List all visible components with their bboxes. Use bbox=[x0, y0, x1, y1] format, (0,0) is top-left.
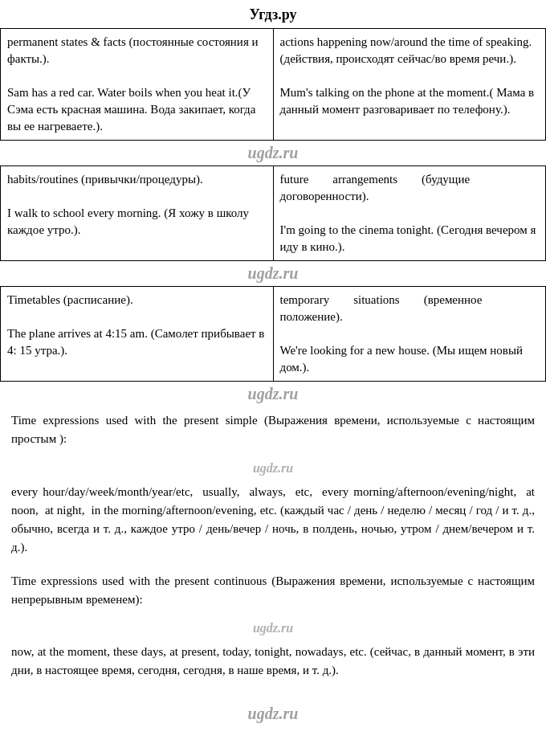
grammar-table-3: Timetables (расписание). The plane arriv… bbox=[0, 286, 546, 382]
table-row: habits/routines (привычки/процедуры). I … bbox=[1, 166, 546, 261]
table-cell-right-2: future arrangements (будущие договоренно… bbox=[273, 166, 546, 261]
continuous-examples-section: now, at the moment, these days, at prese… bbox=[0, 638, 546, 690]
table-cell-left-3: Timetables (расписание). The plane arriv… bbox=[1, 287, 274, 382]
table-cell-left-2: habits/routines (привычки/процедуры). I … bbox=[1, 166, 274, 261]
simple-expressions-text: Time expressions used with the present s… bbox=[11, 411, 535, 449]
watermark-3: ugdz.ru bbox=[0, 385, 546, 403]
footer-watermark: ugdz.ru bbox=[0, 705, 546, 723]
simple-examples-text: every hour/day/week/month/year/etc, usua… bbox=[11, 483, 535, 558]
table-cell-left-1: permanent states & facts (постоянные сос… bbox=[1, 29, 274, 141]
continuous-expressions-text: Time expressions used with the present c… bbox=[11, 572, 535, 610]
table-cell-right-3: temporary situations (временное положени… bbox=[273, 287, 546, 382]
grammar-table: permanent states & facts (постоянные сос… bbox=[0, 28, 546, 141]
watermark-5: ugdz.ru bbox=[0, 621, 546, 635]
grammar-table-2: habits/routines (привычки/процедуры). I … bbox=[0, 166, 546, 261]
table-row: permanent states & facts (постоянные сос… bbox=[1, 29, 546, 141]
table-cell-right-1: actions happening now/around the time of… bbox=[273, 29, 546, 141]
continuous-expressions-section: Time expressions used with the present c… bbox=[0, 567, 546, 619]
table-row: Timetables (расписание). The plane arriv… bbox=[1, 287, 546, 382]
watermark-4: ugdz.ru bbox=[0, 461, 546, 476]
watermark-2: ugdz.ru bbox=[0, 264, 546, 283]
page-title: Угдз.ру bbox=[0, 0, 546, 28]
watermark-1: ugdz.ru bbox=[0, 144, 546, 162]
continuous-examples-text: now, at the moment, these days, at prese… bbox=[11, 643, 535, 680]
simple-expressions-section: Time expressions used with the present s… bbox=[0, 407, 546, 459]
simple-examples-section: every hour/day/week/month/year/etc, usua… bbox=[0, 478, 546, 567]
